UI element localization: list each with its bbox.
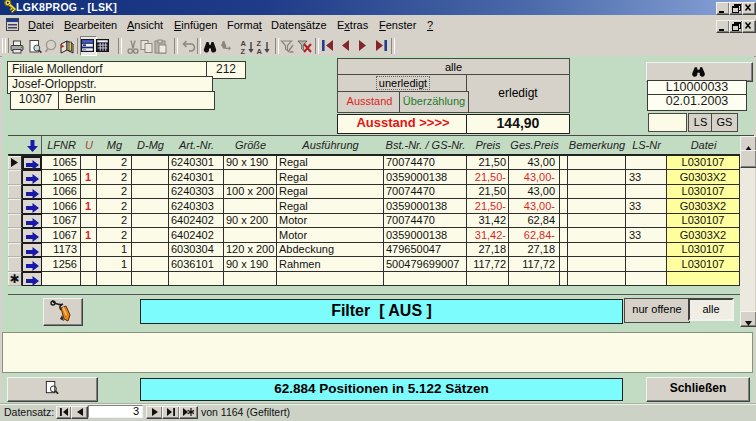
- svg-text:Z: Z: [241, 47, 246, 55]
- svg-text:A: A: [257, 47, 263, 55]
